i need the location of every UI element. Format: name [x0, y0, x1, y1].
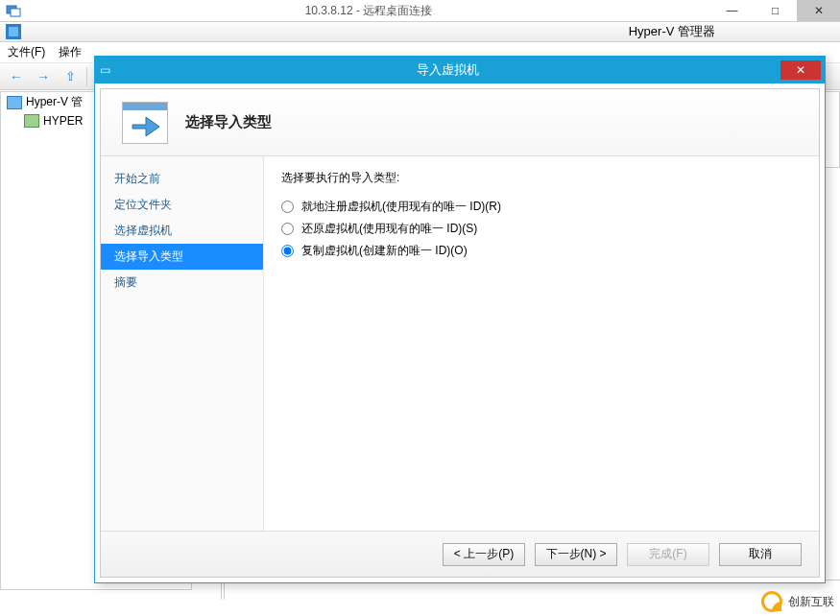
host-icon [24, 114, 39, 128]
wizard-step-import-type[interactable]: 选择导入类型 [101, 244, 263, 270]
import-vm-dialog: ▭ 导入虚拟机 ✕ 选择导入类型 开始之前 定位文件夹 选择虚拟机 选择导入类型… [94, 56, 826, 583]
hyperv-manager-label: Hyper-V 管理器 [629, 23, 715, 40]
next-button[interactable]: 下一步(N) > [535, 543, 617, 566]
tree-root-label: Hyper-V 管 [26, 94, 83, 110]
separator [86, 67, 87, 86]
minimize-button[interactable]: — [710, 0, 754, 21]
cancel-button[interactable]: 取消 [719, 543, 802, 566]
finish-button-label: 完成(F) [649, 546, 686, 562]
dialog-header-text: 选择导入类型 [185, 113, 272, 131]
nav-forward-button[interactable] [33, 66, 54, 87]
radio-row-copy[interactable]: 复制虚拟机(创建新的唯一 ID)(O) [281, 240, 802, 262]
wizard-step-select-vm[interactable]: 选择虚拟机 [101, 218, 263, 244]
radio-row-restore[interactable]: 还原虚拟机(使用现有的唯一 ID)(S) [281, 218, 802, 240]
radio-register-label: 就地注册虚拟机(使用现有的唯一 ID)(R) [301, 199, 501, 215]
next-button-label: 下一步(N) > [546, 546, 607, 562]
close-button[interactable]: ✕ [797, 0, 840, 21]
watermark-icon [761, 591, 782, 612]
dialog-titlebar: ▭ 导入虚拟机 ✕ [95, 57, 825, 83]
rdp-title-text: 10.3.8.12 - 远程桌面连接 [27, 3, 710, 19]
dialog-close-button[interactable]: ✕ [780, 60, 821, 80]
dialog-body: 选择导入类型 开始之前 定位文件夹 选择虚拟机 选择导入类型 摘要 选择要执行的… [100, 88, 820, 578]
wizard-content: 选择要执行的导入类型: 就地注册虚拟机(使用现有的唯一 ID)(R) 还原虚拟机… [264, 156, 819, 531]
hyperv-toolbar: Hyper-V 管理器 [0, 21, 840, 42]
prev-button[interactable]: < 上一步(P) [443, 543, 525, 566]
dialog-middle: 开始之前 定位文件夹 选择虚拟机 选择导入类型 摘要 选择要执行的导入类型: 就… [101, 156, 819, 531]
menu-action[interactable]: 操作 [59, 44, 82, 60]
watermark-text: 创新互联 [788, 594, 834, 610]
radio-restore-label: 还原虚拟机(使用现有的唯一 ID)(S) [301, 221, 477, 237]
radio-copy[interactable] [281, 245, 294, 257]
dialog-title-text: 导入虚拟机 [114, 61, 780, 79]
import-type-prompt: 选择要执行的导入类型: [281, 170, 802, 186]
finish-button: 完成(F) [627, 543, 709, 566]
dialog-footer: < 上一步(P) 下一步(N) > 完成(F) 取消 [101, 531, 819, 577]
radio-register[interactable] [281, 201, 294, 213]
wizard-step-before[interactable]: 开始之前 [101, 166, 263, 192]
maximize-button[interactable]: □ [754, 0, 797, 21]
nav-up-button[interactable] [60, 66, 81, 87]
radio-row-register[interactable]: 就地注册虚拟机(使用现有的唯一 ID)(R) [281, 196, 802, 218]
cancel-button-label: 取消 [749, 546, 772, 562]
wizard-step-summary[interactable]: 摘要 [101, 270, 263, 296]
menu-file[interactable]: 文件(F) [8, 44, 45, 60]
rdp-titlebar: 10.3.8.12 - 远程桌面连接 — □ ✕ [0, 0, 840, 21]
dialog-header: 选择导入类型 [101, 89, 819, 156]
prev-button-label: < 上一步(P) [454, 546, 514, 562]
svg-rect-1 [11, 9, 20, 16]
server-icon [7, 96, 22, 109]
tree-child-label: HYPER [43, 114, 83, 128]
rdp-icon [6, 3, 21, 18]
dialog-sysicon: ▭ [95, 63, 114, 77]
nav-back-button[interactable] [6, 66, 27, 87]
import-arrow-icon [122, 102, 168, 144]
wizard-nav: 开始之前 定位文件夹 选择虚拟机 选择导入类型 摘要 [101, 156, 264, 531]
wizard-step-locate[interactable]: 定位文件夹 [101, 192, 263, 218]
radio-copy-label: 复制虚拟机(创建新的唯一 ID)(O) [301, 243, 468, 259]
radio-restore[interactable] [281, 223, 294, 235]
watermark: 创新互联 [761, 591, 834, 612]
hyperv-icon [6, 24, 21, 39]
